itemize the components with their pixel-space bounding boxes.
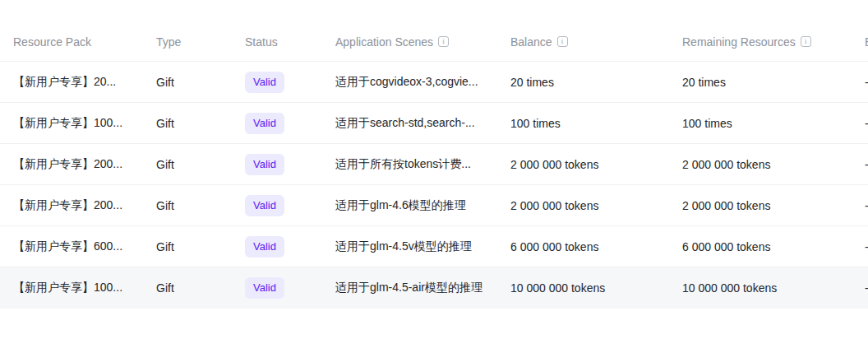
- resource-pack-name: 【新用户专享】200...: [13, 157, 122, 172]
- application-scenes-value: 适用于glm-4.5v模型的推理: [335, 239, 472, 254]
- application-scenes-cell: 适用于所有按tokens计费...: [322, 157, 497, 172]
- info-icon[interactable]: i: [557, 36, 568, 47]
- resource-pack-name: 【新用户专享】20...: [13, 75, 116, 90]
- application-scenes-value: 适用于search-std,search-...: [335, 116, 475, 131]
- status-cell: Valid: [232, 236, 322, 258]
- status-badge: Valid: [245, 154, 284, 175]
- status-badge: Valid: [245, 72, 284, 93]
- table-row[interactable]: 【新用户专享】600... Gift Valid 适用于glm-4.5v模型的推…: [0, 226, 868, 267]
- status-cell: Valid: [232, 195, 322, 216]
- balance-cell: 6 000 000 tokens: [497, 240, 669, 253]
- column-header-status: Status: [232, 35, 322, 49]
- remaining-resources-cell: 20 times: [669, 76, 852, 89]
- clipped-cell: -: [852, 281, 868, 295]
- clipped-cell: -: [852, 240, 868, 253]
- remaining-resources-value: 10 000 000 tokens: [682, 281, 777, 295]
- type-cell: Gift: [143, 281, 232, 295]
- remaining-resources-value: 100 times: [682, 117, 732, 130]
- clipped-value: -: [865, 158, 868, 171]
- table-row[interactable]: 【新用户专享】100... Gift Valid 适用于glm-4.5-air模…: [0, 267, 868, 309]
- table-header-row: Resource Pack Type Status Application Sc…: [0, 0, 868, 62]
- status-badge: Valid: [245, 195, 284, 216]
- type-value: Gift: [156, 240, 174, 253]
- type-value: Gift: [156, 281, 174, 295]
- application-scenes-value: 适用于所有按tokens计费...: [335, 157, 471, 172]
- column-header-type: Type: [143, 35, 232, 49]
- info-icon[interactable]: i: [801, 36, 811, 47]
- column-header-label: Application Scenes: [335, 35, 433, 49]
- table-row[interactable]: 【新用户专享】100... Gift Valid 适用于search-std,s…: [0, 103, 868, 144]
- application-scenes-cell: 适用于search-std,search-...: [322, 116, 497, 131]
- column-header-label: Balance: [510, 35, 552, 49]
- table-row[interactable]: 【新用户专享】200... Gift Valid 适用于所有按tokens计费.…: [0, 144, 868, 185]
- table-row[interactable]: 【新用户专享】20... Gift Valid 适用于cogvideox-3,c…: [0, 62, 868, 103]
- column-header-label: Resource Pack: [13, 35, 91, 49]
- balance-cell: 2 000 000 tokens: [497, 199, 669, 212]
- column-header-remaining-resources: Remaining Resources i: [669, 35, 852, 49]
- resource-pack-cell: 【新用户专享】100...: [0, 116, 143, 131]
- balance-value: 6 000 000 tokens: [510, 240, 598, 253]
- column-header-clipped: E: [852, 35, 868, 49]
- clipped-value: -: [865, 240, 868, 253]
- column-header-label: Remaining Resources: [682, 35, 796, 49]
- balance-value: 2 000 000 tokens: [510, 158, 598, 171]
- table-row[interactable]: 【新用户专享】200... Gift Valid 适用于glm-4.6模型的推理…: [0, 185, 868, 226]
- type-cell: Gift: [143, 158, 232, 171]
- type-cell: Gift: [143, 76, 232, 89]
- type-value: Gift: [156, 158, 174, 171]
- type-value: Gift: [156, 76, 174, 89]
- type-cell: Gift: [143, 117, 232, 130]
- balance-value: 100 times: [510, 117, 561, 130]
- resource-pack-cell: 【新用户专享】20...: [0, 75, 143, 90]
- remaining-resources-value: 20 times: [682, 76, 726, 89]
- status-badge: Valid: [245, 236, 284, 258]
- balance-value: 20 times: [510, 76, 554, 89]
- application-scenes-cell: 适用于cogvideox-3,cogvie...: [322, 75, 497, 90]
- column-header-label: Type: [156, 35, 181, 49]
- clipped-value: -: [865, 199, 868, 212]
- column-header-label: Status: [245, 35, 278, 49]
- remaining-resources-cell: 6 000 000 tokens: [669, 240, 852, 253]
- status-badge: Valid: [245, 277, 284, 299]
- remaining-resources-value: 6 000 000 tokens: [682, 240, 770, 253]
- type-value: Gift: [156, 199, 174, 212]
- remaining-resources-cell: 2 000 000 tokens: [669, 199, 852, 212]
- info-icon[interactable]: i: [438, 36, 449, 47]
- resource-pack-name: 【新用户专享】100...: [13, 281, 122, 295]
- resource-pack-cell: 【新用户专享】100...: [0, 281, 143, 295]
- status-cell: Valid: [232, 277, 322, 299]
- remaining-resources-value: 2 000 000 tokens: [682, 158, 770, 171]
- column-header-application-scenes: Application Scenes i: [322, 35, 497, 49]
- balance-value: 2 000 000 tokens: [510, 199, 598, 212]
- remaining-resources-cell: 10 000 000 tokens: [669, 281, 852, 295]
- type-value: Gift: [156, 117, 174, 130]
- resource-pack-name: 【新用户专享】100...: [13, 116, 122, 131]
- status-cell: Valid: [232, 72, 322, 93]
- application-scenes-value: 适用于glm-4.5-air模型的推理: [335, 281, 482, 295]
- resource-pack-cell: 【新用户专享】200...: [0, 157, 143, 172]
- clipped-cell: -: [852, 117, 868, 130]
- column-header-label: E: [865, 35, 868, 49]
- balance-value: 10 000 000 tokens: [510, 281, 605, 295]
- application-scenes-value: 适用于glm-4.6模型的推理: [335, 198, 466, 213]
- application-scenes-value: 适用于cogvideox-3,cogvie...: [335, 75, 478, 90]
- clipped-value: -: [865, 76, 868, 89]
- remaining-resources-cell: 100 times: [669, 117, 852, 130]
- resource-pack-cell: 【新用户专享】600...: [0, 239, 143, 254]
- application-scenes-cell: 适用于glm-4.5-air模型的推理: [322, 281, 497, 295]
- column-header-resource-pack: Resource Pack: [0, 35, 143, 49]
- clipped-cell: -: [852, 158, 868, 171]
- remaining-resources-cell: 2 000 000 tokens: [669, 158, 852, 171]
- application-scenes-cell: 适用于glm-4.6模型的推理: [322, 198, 497, 213]
- status-badge: Valid: [245, 113, 284, 134]
- resource-pack-name: 【新用户专享】200...: [13, 198, 122, 213]
- balance-cell: 10 000 000 tokens: [497, 281, 669, 295]
- clipped-cell: -: [852, 76, 868, 89]
- status-cell: Valid: [232, 113, 322, 134]
- column-header-balance: Balance i: [497, 35, 669, 49]
- resource-pack-table: Resource Pack Type Status Application Sc…: [0, 0, 868, 339]
- application-scenes-cell: 适用于glm-4.5v模型的推理: [322, 239, 497, 254]
- balance-cell: 100 times: [497, 117, 669, 130]
- clipped-cell: -: [852, 199, 868, 212]
- resource-pack-name: 【新用户专享】600...: [13, 239, 122, 254]
